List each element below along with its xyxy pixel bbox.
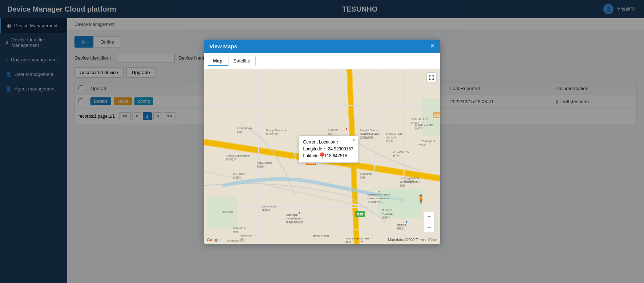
map-pin: 📍 xyxy=(317,152,327,162)
svg-rect-75 xyxy=(361,241,362,242)
svg-text:新埔村: 新埔村 xyxy=(233,176,241,179)
svg-text:Di Underground F: Di Underground F xyxy=(400,181,421,183)
map-tab-satellite[interactable]: Satellite xyxy=(228,56,256,66)
svg-text:西福村: 西福村 xyxy=(411,122,419,124)
location-longitude: Longitude： 24.92909167 xyxy=(303,146,353,153)
location-latitude: Latitude： 118.647515 xyxy=(303,153,353,159)
svg-rect-67 xyxy=(378,191,380,193)
svg-text:G15: G15 xyxy=(357,213,363,216)
svg-text:任住村: 任住村 xyxy=(393,154,401,157)
modal-close-button[interactable]: ✕ xyxy=(430,43,435,49)
svg-text:XINCUOTOU: XINCUOTOU xyxy=(257,162,272,164)
svg-text:新厝头: 新厝头 xyxy=(257,165,264,168)
modal-body: Map Satellite G15 xyxy=(204,53,440,244)
svg-text:BACK ROAD: BACK ROAD xyxy=(237,127,252,130)
svg-text:Quanzhou Strait Sports: Quanzhou Strait Sports xyxy=(368,194,390,196)
svg-text:Honglai Chinese: Honglai Chinese xyxy=(360,129,379,132)
svg-text:NANPUCUN: NANPUCUN xyxy=(262,205,277,208)
svg-text:店仔下: 店仔下 xyxy=(415,127,422,130)
svg-text:Center (North Gate 4): Center (North Gate 4) xyxy=(368,197,389,199)
zoom-out-button[interactable]: − xyxy=(424,222,434,233)
svg-text:Heshanhe: Heshanhe xyxy=(360,173,372,175)
svg-text:NEISHAN: NEISHAN xyxy=(240,234,252,237)
svg-text:庄人村: 庄人村 xyxy=(386,140,393,143)
svg-rect-62 xyxy=(299,212,300,214)
svg-text:Watsons: Watsons xyxy=(397,223,406,226)
modal-title: View Maps xyxy=(210,43,237,49)
svg-text:新兴超市: 新兴超市 xyxy=(226,158,236,161)
modal-overlay[interactable]: View Maps ✕ Map Satellite xyxy=(0,0,644,283)
svg-text:后路: 后路 xyxy=(237,131,242,133)
svg-text:HUANGLIN: HUANGLIN xyxy=(233,227,246,230)
svg-text:前林: 前林 xyxy=(328,133,333,135)
svg-text:XUNMEI: XUNMEI xyxy=(382,209,392,211)
svg-text:Xinmu St: Xinmu St xyxy=(222,211,232,213)
svg-text:XINPUCUN: XINPUCUN xyxy=(233,173,247,175)
view-maps-modal: View Maps ✕ Map Satellite xyxy=(204,40,440,244)
fullscreen-icon xyxy=(429,75,434,80)
svg-text:泉州市体育中心: 泉州市体育中心 xyxy=(368,201,383,203)
svg-text:知名度美美分店: 知名度美美分店 xyxy=(286,221,304,223)
location-title: Current Location： xyxy=(303,139,353,146)
map-zoom-controls: + − xyxy=(424,212,435,233)
svg-text:泓莱酸菜面: 泓莱酸菜面 xyxy=(360,136,373,139)
svg-text:Beiqu Canal: Beiqu Canal xyxy=(313,234,329,237)
map-tab-map[interactable]: Map xyxy=(208,56,228,66)
svg-text:Xinxing Supermarket: Xinxing Supermarket xyxy=(226,154,250,157)
google-logo: Google xyxy=(207,238,221,242)
location-popup: ✕ Current Location： Longitude： 24.929091… xyxy=(299,136,358,163)
svg-text:RESIDENTIAL: RESIDENTIAL xyxy=(227,243,243,244)
svg-text:QIANLIN: QIANLIN xyxy=(328,129,338,132)
svg-text:VILLAGE: VILLAGE xyxy=(382,213,393,215)
popup-close-button[interactable]: ✕ xyxy=(352,137,356,144)
svg-text:海丘...: 海丘... xyxy=(360,176,368,179)
svg-text:Ju Rong Yun Do: Ju Rong Yun Do xyxy=(400,177,419,180)
svg-text:黄林: 黄林 xyxy=(233,231,238,234)
svg-text:Xinchuang Food Hall: Xinchuang Food Hall xyxy=(346,237,369,240)
map-person-icon: 🧍 xyxy=(416,194,426,204)
svg-text:Quanyi Pharmacy: Quanyi Pharmacy xyxy=(266,129,286,132)
svg-rect-16 xyxy=(422,98,440,135)
map-tab-bar: Map Satellite xyxy=(204,53,440,69)
svg-text:泉益大药店: 泉益大药店 xyxy=(266,133,279,135)
svg-rect-58 xyxy=(346,128,347,130)
svg-text:南铺村: 南铺村 xyxy=(262,209,270,211)
svg-text:ZHUANGREN: ZHUANGREN xyxy=(393,151,409,153)
svg-text:美美村: 美美村 xyxy=(382,216,390,219)
svg-text:ZHUANGREN: ZHUANGREN xyxy=(386,133,402,135)
svg-text:屈臣氏: 屈臣氏 xyxy=(397,227,404,230)
map-copyright: Map data ©2022 Terms of Use xyxy=(388,238,437,242)
zoom-in-button[interactable]: + xyxy=(424,212,434,222)
svg-text:CHENGDONG: CHENGDONG xyxy=(227,240,243,242)
svg-text:Xunmei Branch: Xunmei Branch xyxy=(286,217,303,220)
svg-text:Sauerkraut Mian: Sauerkraut Mian xyxy=(360,133,379,135)
map-container: G15 G324 G324 xyxy=(204,69,440,244)
modal-header: View Maps ✕ xyxy=(204,40,440,53)
svg-text:聚融...: 聚融... xyxy=(400,184,408,187)
svg-text:Parking Lot: Parking Lot xyxy=(422,140,435,143)
svg-text:XIFU VILLAGE: XIFU VILLAGE xyxy=(411,118,428,121)
svg-text:新创...: 新创... xyxy=(346,241,353,243)
fullscreen-button[interactable] xyxy=(426,72,437,82)
svg-rect-78 xyxy=(406,221,407,223)
svg-text:停车场: 停车场 xyxy=(418,143,426,146)
svg-text:Zhimingdu: Zhimingdu xyxy=(286,214,298,217)
svg-text:VILLAGE: VILLAGE xyxy=(386,136,397,139)
